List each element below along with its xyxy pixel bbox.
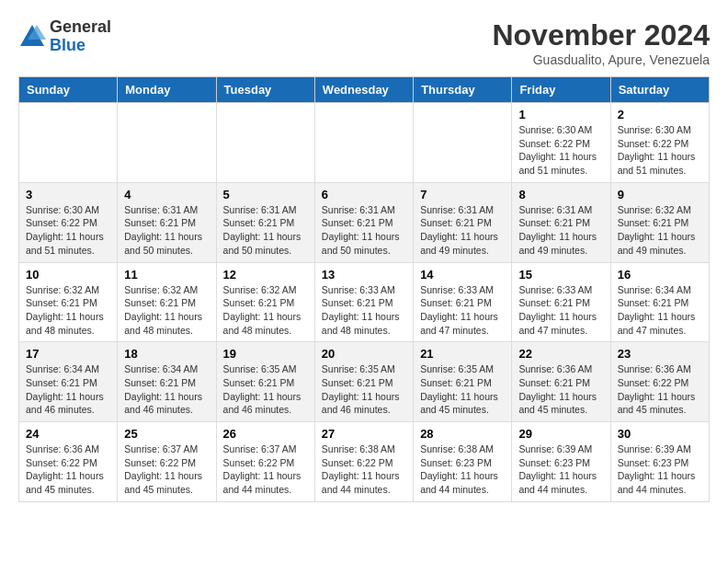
calendar-cell: 10Sunrise: 6:32 AMSunset: 6:21 PMDayligh…: [19, 262, 118, 342]
calendar-cell: 15Sunrise: 6:33 AMSunset: 6:21 PMDayligh…: [512, 262, 610, 342]
day-info: Sunrise: 6:32 AMSunset: 6:21 PMDaylight:…: [618, 203, 702, 258]
day-number: 23: [618, 347, 702, 361]
calendar-cell: 4Sunrise: 6:31 AMSunset: 6:21 PMDaylight…: [118, 182, 216, 262]
logo: General Blue: [18, 18, 111, 55]
header-row: Sunday Monday Tuesday Wednesday Thursday…: [19, 77, 710, 103]
day-info: Sunrise: 6:35 AMSunset: 6:21 PMDaylight:…: [322, 362, 406, 417]
day-info: Sunrise: 6:33 AMSunset: 6:21 PMDaylight:…: [322, 283, 406, 338]
day-number: 19: [223, 347, 308, 361]
calendar-cell: 29Sunrise: 6:39 AMSunset: 6:23 PMDayligh…: [512, 422, 610, 502]
day-info: Sunrise: 6:34 AMSunset: 6:21 PMDaylight:…: [26, 362, 110, 417]
week-row-4: 17Sunrise: 6:34 AMSunset: 6:21 PMDayligh…: [19, 342, 710, 422]
day-info: Sunrise: 6:32 AMSunset: 6:21 PMDaylight:…: [26, 283, 110, 338]
col-sunday: Sunday: [19, 77, 118, 103]
day-info: Sunrise: 6:31 AMSunset: 6:21 PMDaylight:…: [124, 203, 209, 258]
calendar-cell: 7Sunrise: 6:31 AMSunset: 6:21 PMDaylight…: [414, 182, 512, 262]
day-number: 29: [518, 427, 603, 441]
calendar-cell: 27Sunrise: 6:38 AMSunset: 6:22 PMDayligh…: [314, 422, 413, 502]
calendar-cell: 1Sunrise: 6:30 AMSunset: 6:22 PMDaylight…: [512, 103, 610, 183]
day-number: 28: [420, 427, 505, 441]
day-info: Sunrise: 6:38 AMSunset: 6:23 PMDaylight:…: [420, 442, 505, 497]
day-info: Sunrise: 6:34 AMSunset: 6:21 PMDaylight:…: [618, 283, 702, 338]
calendar-cell: 6Sunrise: 6:31 AMSunset: 6:21 PMDaylight…: [314, 182, 413, 262]
calendar-cell: 20Sunrise: 6:35 AMSunset: 6:21 PMDayligh…: [314, 342, 413, 422]
day-info: Sunrise: 6:31 AMSunset: 6:21 PMDaylight:…: [420, 203, 505, 258]
calendar-cell: 24Sunrise: 6:36 AMSunset: 6:22 PMDayligh…: [19, 422, 118, 502]
col-monday: Monday: [118, 77, 216, 103]
day-number: 17: [26, 347, 110, 361]
day-info: Sunrise: 6:33 AMSunset: 6:21 PMDaylight:…: [518, 283, 603, 338]
logo-icon: [18, 23, 46, 51]
calendar-cell: 11Sunrise: 6:32 AMSunset: 6:21 PMDayligh…: [118, 262, 216, 342]
day-info: Sunrise: 6:30 AMSunset: 6:22 PMDaylight:…: [518, 123, 603, 178]
day-number: 30: [618, 427, 702, 441]
col-saturday: Saturday: [610, 77, 709, 103]
day-number: 16: [618, 268, 702, 282]
logo-general-text: General: [50, 18, 111, 37]
page-header: General Blue November 2024 Guasdualito, …: [18, 18, 710, 67]
calendar-cell: 2Sunrise: 6:30 AMSunset: 6:22 PMDaylight…: [610, 103, 709, 183]
day-number: 12: [223, 268, 308, 282]
calendar-cell: 5Sunrise: 6:31 AMSunset: 6:21 PMDaylight…: [216, 182, 314, 262]
day-number: 2: [618, 108, 702, 121]
day-number: 8: [518, 188, 603, 201]
day-info: Sunrise: 6:32 AMSunset: 6:21 PMDaylight:…: [223, 283, 308, 338]
day-number: 25: [124, 427, 209, 441]
day-number: 26: [223, 427, 308, 441]
calendar-cell: [118, 103, 216, 183]
day-number: 14: [420, 268, 505, 282]
day-info: Sunrise: 6:36 AMSunset: 6:22 PMDaylight:…: [26, 442, 110, 497]
day-number: 22: [518, 347, 603, 361]
day-number: 18: [124, 347, 209, 361]
calendar-cell: 25Sunrise: 6:37 AMSunset: 6:22 PMDayligh…: [118, 422, 216, 502]
col-tuesday: Tuesday: [216, 77, 314, 103]
calendar-cell: 14Sunrise: 6:33 AMSunset: 6:21 PMDayligh…: [414, 262, 512, 342]
day-info: Sunrise: 6:31 AMSunset: 6:21 PMDaylight:…: [322, 203, 406, 258]
title-block: November 2024 Guasdualito, Apure, Venezu…: [492, 18, 710, 67]
calendar-cell: 19Sunrise: 6:35 AMSunset: 6:21 PMDayligh…: [216, 342, 314, 422]
day-number: 15: [518, 268, 603, 282]
col-thursday: Thursday: [414, 77, 512, 103]
calendar-cell: [216, 103, 314, 183]
day-info: Sunrise: 6:35 AMSunset: 6:21 PMDaylight:…: [420, 362, 505, 417]
week-row-2: 3Sunrise: 6:30 AMSunset: 6:22 PMDaylight…: [19, 182, 710, 262]
calendar-cell: 22Sunrise: 6:36 AMSunset: 6:21 PMDayligh…: [512, 342, 610, 422]
calendar-cell: 12Sunrise: 6:32 AMSunset: 6:21 PMDayligh…: [216, 262, 314, 342]
calendar-cell: 3Sunrise: 6:30 AMSunset: 6:22 PMDaylight…: [19, 182, 118, 262]
calendar-cell: 23Sunrise: 6:36 AMSunset: 6:22 PMDayligh…: [610, 342, 709, 422]
day-info: Sunrise: 6:31 AMSunset: 6:21 PMDaylight:…: [223, 203, 308, 258]
day-info: Sunrise: 6:39 AMSunset: 6:23 PMDaylight:…: [618, 442, 702, 497]
calendar-cell: 8Sunrise: 6:31 AMSunset: 6:21 PMDaylight…: [512, 182, 610, 262]
day-number: 3: [26, 188, 110, 201]
logo-blue-text: Blue: [50, 37, 111, 55]
day-info: Sunrise: 6:37 AMSunset: 6:22 PMDaylight:…: [223, 442, 308, 497]
calendar-cell: 21Sunrise: 6:35 AMSunset: 6:21 PMDayligh…: [414, 342, 512, 422]
calendar-cell: 26Sunrise: 6:37 AMSunset: 6:22 PMDayligh…: [216, 422, 314, 502]
calendar-cell: 9Sunrise: 6:32 AMSunset: 6:21 PMDaylight…: [610, 182, 709, 262]
day-number: 9: [618, 188, 702, 201]
location: Guasdualito, Apure, Venezuela: [492, 52, 710, 67]
day-info: Sunrise: 6:34 AMSunset: 6:21 PMDaylight:…: [124, 362, 209, 417]
calendar-cell: 18Sunrise: 6:34 AMSunset: 6:21 PMDayligh…: [118, 342, 216, 422]
calendar-cell: 30Sunrise: 6:39 AMSunset: 6:23 PMDayligh…: [610, 422, 709, 502]
calendar-cell: [19, 103, 118, 183]
day-number: 10: [26, 268, 110, 282]
calendar-cell: [314, 103, 413, 183]
day-info: Sunrise: 6:31 AMSunset: 6:21 PMDaylight:…: [518, 203, 603, 258]
day-number: 5: [223, 188, 308, 201]
day-info: Sunrise: 6:38 AMSunset: 6:22 PMDaylight:…: [322, 442, 406, 497]
day-number: 4: [124, 188, 209, 201]
week-row-5: 24Sunrise: 6:36 AMSunset: 6:22 PMDayligh…: [19, 422, 710, 502]
day-info: Sunrise: 6:39 AMSunset: 6:23 PMDaylight:…: [518, 442, 603, 497]
day-number: 20: [322, 347, 406, 361]
calendar-cell: 28Sunrise: 6:38 AMSunset: 6:23 PMDayligh…: [414, 422, 512, 502]
day-info: Sunrise: 6:36 AMSunset: 6:22 PMDaylight:…: [618, 362, 702, 417]
calendar-cell: 16Sunrise: 6:34 AMSunset: 6:21 PMDayligh…: [610, 262, 709, 342]
day-number: 11: [124, 268, 209, 282]
day-number: 6: [322, 188, 406, 201]
day-info: Sunrise: 6:33 AMSunset: 6:21 PMDaylight:…: [420, 283, 505, 338]
week-row-3: 10Sunrise: 6:32 AMSunset: 6:21 PMDayligh…: [19, 262, 710, 342]
calendar-cell: 13Sunrise: 6:33 AMSunset: 6:21 PMDayligh…: [314, 262, 413, 342]
calendar-cell: [414, 103, 512, 183]
day-number: 13: [322, 268, 406, 282]
